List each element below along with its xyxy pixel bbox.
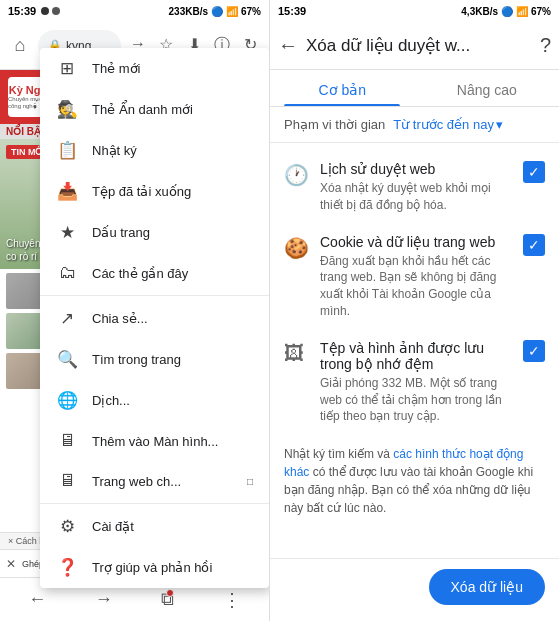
right-bottom-bar: Xóa dữ liệu	[270, 558, 559, 621]
tab-basic[interactable]: Cơ bản	[270, 70, 415, 106]
settings-label: Cài đặt	[92, 519, 253, 534]
clear-history-desc: Xóa nhật ký duyệt web khỏi mọi thiết bị …	[320, 180, 511, 214]
incognito-icon: 🕵	[56, 99, 78, 120]
translate-icon: 🌐	[56, 390, 78, 411]
share-icon: ↗	[56, 308, 78, 329]
new-tab-label: Thẻ mới	[92, 61, 253, 76]
left-status-icons: 233KB/s 🔵 📶 67%	[169, 6, 261, 17]
clear-item-cache: 🖼 Tệp và hình ảnh được lưu trong bộ nhớ …	[270, 330, 559, 435]
home-button[interactable]: ⌂	[6, 35, 34, 56]
desktop-site-badge: □	[247, 476, 253, 487]
clear-item-cache-text: Tệp và hình ảnh được lưu trong bộ nhớ đệ…	[320, 340, 511, 425]
menu-divider-2	[40, 503, 269, 504]
recent-tabs-label: Các thẻ gần đây	[92, 266, 253, 281]
right-status-icons: 4,3KB/s 🔵 📶 67%	[461, 6, 551, 17]
add-homescreen-icon: 🖥	[56, 431, 78, 451]
menu-item-history[interactable]: 📋 Nhật ký	[40, 130, 269, 171]
clear-cookies-checkbox[interactable]: ✓	[523, 234, 545, 256]
clear-history-checkbox[interactable]: ✓	[523, 161, 545, 183]
page-title: Xóa dữ liệu duyệt w...	[306, 35, 532, 56]
find-label: Tìm trong trang	[92, 352, 253, 367]
time-range-value-text: Từ trước đến nay	[393, 117, 494, 132]
left-panel: 15:39 233KB/s 🔵 📶 67% ⌂ 🔒 kyng → ☆ ⬇	[0, 0, 270, 621]
bookmarks-icon: ★	[56, 222, 78, 243]
menu-item-share[interactable]: ↗ Chia sẻ...	[40, 298, 269, 339]
history-clock-icon: 🕐	[284, 163, 308, 187]
downloads-label: Tệp đã tải xuống	[92, 184, 253, 199]
help-icon: ❓	[56, 557, 78, 578]
clear-items-list: 🕐 Lịch sử duyệt web Xóa nhật ký duyệt we…	[270, 143, 559, 558]
time-range-label: Phạm vi thời gian	[284, 117, 385, 132]
tab-advanced[interactable]: Nâng cao	[415, 70, 560, 106]
left-statusbar: 15:39 233KB/s 🔵 📶 67%	[0, 0, 269, 22]
clear-item-history-text: Lịch sử duyệt web Xóa nhật ký duyệt web …	[320, 161, 511, 214]
incognito-label: Thẻ Ẩn danh mới	[92, 102, 253, 117]
right-statusbar: 15:39 4,3KB/s 🔵 📶 67%	[270, 0, 559, 22]
info-text-part1: Nhật ký tìm kiếm và	[284, 447, 393, 461]
info-text-area: Nhật ký tìm kiếm và các hình thức hoạt đ…	[270, 435, 559, 527]
settings-icon: ⚙	[56, 516, 78, 537]
help-label: Trợ giúp và phản hồi	[92, 560, 253, 575]
clear-cookies-title: Cookie và dữ liệu trang web	[320, 234, 511, 250]
time-range-chevron: ▾	[496, 117, 503, 132]
menu-item-help[interactable]: ❓ Trợ giúp và phản hồi	[40, 547, 269, 588]
share-label: Chia sẻ...	[92, 311, 253, 326]
cookie-icon: 🍪	[284, 236, 308, 260]
clear-item-history: 🕐 Lịch sử duyệt web Xóa nhật ký duyệt we…	[270, 151, 559, 224]
left-time: 15:39	[8, 5, 60, 17]
info-text-part2: có thể được lưu vào tài khoản Google khi…	[284, 465, 533, 515]
menu-item-find[interactable]: 🔍 Tìm trong trang	[40, 339, 269, 380]
time-range-row: Phạm vi thời gian Từ trước đến nay ▾	[270, 107, 559, 143]
bookmarks-label: Dấu trang	[92, 225, 253, 240]
notif-close-icon[interactable]: ✕	[6, 557, 16, 571]
right-time-text: 15:39	[278, 5, 306, 17]
clear-cookies-desc: Đăng xuất bạn khỏi hầu hết các trang web…	[320, 253, 511, 320]
right-panel: 15:39 4,3KB/s 🔵 📶 67% ← Xóa dữ liệu duyệ…	[270, 0, 559, 621]
back-button[interactable]: ←	[278, 34, 298, 57]
left-status-dot2	[52, 7, 60, 15]
clear-item-cookies-text: Cookie và dữ liệu trang web Đăng xuất bạ…	[320, 234, 511, 320]
dropdown-menu: ⊞ Thẻ mới 🕵 Thẻ Ẩn danh mới 📋 Nhật ký 📥 …	[40, 48, 269, 588]
menu-item-recent-tabs[interactable]: 🗂 Các thẻ gần đây	[40, 253, 269, 293]
right-topbar: ← Xóa dữ liệu duyệt w... ?	[270, 22, 559, 70]
clear-cache-checkbox[interactable]: ✓	[523, 340, 545, 362]
clear-data-button[interactable]: Xóa dữ liệu	[429, 569, 545, 605]
menu-item-incognito[interactable]: 🕵 Thẻ Ẩn danh mới	[40, 89, 269, 130]
add-homescreen-label: Thêm vào Màn hình...	[92, 434, 253, 449]
clear-history-title: Lịch sử duyệt web	[320, 161, 511, 177]
back-nav-icon[interactable]: ←	[28, 589, 46, 610]
clear-cache-desc: Giải phóng 332 MB. Một số trang web có t…	[320, 375, 511, 425]
menu-item-settings[interactable]: ⚙ Cài đặt	[40, 506, 269, 547]
desktop-site-label: Trang web ch...	[92, 474, 233, 489]
menu-divider	[40, 295, 269, 296]
menu-item-new-tab[interactable]: ⊞ Thẻ mới	[40, 48, 269, 89]
clear-cache-title: Tệp và hình ảnh được lưu trong bộ nhớ đệ…	[320, 340, 511, 372]
left-status-dot	[41, 7, 49, 15]
time-range-selector[interactable]: Từ trước đến nay ▾	[393, 117, 503, 132]
new-tab-icon: ⊞	[56, 58, 78, 79]
desktop-site-icon: 🖥	[56, 471, 78, 491]
menu-item-downloads[interactable]: 📥 Tệp đã tải xuống	[40, 171, 269, 212]
recent-tabs-icon: 🗂	[56, 263, 78, 283]
menu-item-translate[interactable]: 🌐 Dịch...	[40, 380, 269, 421]
menu-icon[interactable]: ⋮	[223, 589, 241, 611]
history-icon: 📋	[56, 140, 78, 161]
forward-nav-icon[interactable]: →	[95, 589, 113, 610]
history-label: Nhật ký	[92, 143, 253, 158]
find-icon: 🔍	[56, 349, 78, 370]
left-time-text: 15:39	[8, 5, 36, 17]
tabs-row: Cơ bản Nâng cao	[270, 70, 559, 107]
cache-icon: 🖼	[284, 342, 308, 365]
translate-label: Dịch...	[92, 393, 253, 408]
menu-item-add-homescreen[interactable]: 🖥 Thêm vào Màn hình...	[40, 421, 269, 461]
tabs-icon[interactable]: ⧉	[161, 589, 174, 610]
menu-item-bookmarks[interactable]: ★ Dấu trang	[40, 212, 269, 253]
tabs-badge	[166, 589, 174, 597]
clear-item-cookies: 🍪 Cookie và dữ liệu trang web Đăng xuất …	[270, 224, 559, 330]
menu-item-desktop-site[interactable]: 🖥 Trang web ch... □	[40, 461, 269, 501]
page-help-button[interactable]: ?	[540, 34, 551, 57]
downloads-icon: 📥	[56, 181, 78, 202]
